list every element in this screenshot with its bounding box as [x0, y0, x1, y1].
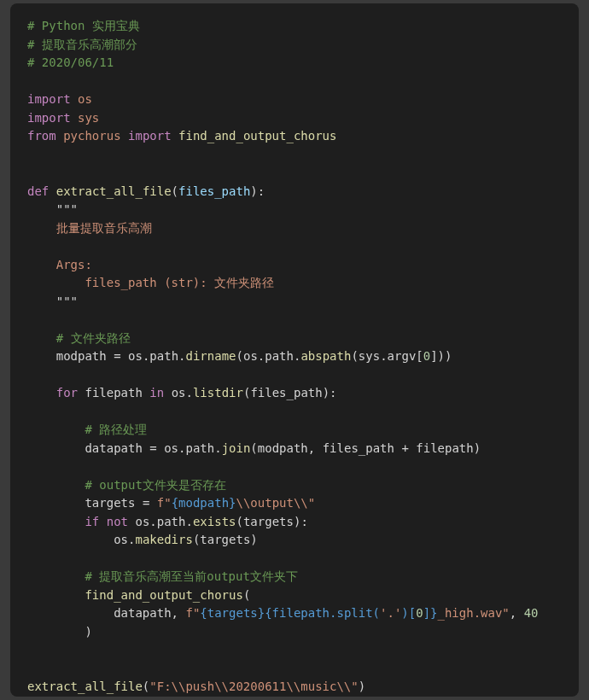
- attribute: path: [265, 349, 294, 363]
- code-editor: # Python 实用宝典 # 提取音乐高潮部分 # 2020/06/11 im…: [10, 3, 579, 697]
- variable: filepath: [85, 386, 142, 400]
- comment-line: # 2020/06/11: [27, 55, 114, 69]
- keyword-not: not: [107, 515, 128, 528]
- comment-line: # 提取音乐高潮部分: [27, 38, 137, 51]
- method-call: join: [222, 441, 251, 455]
- function-call: extract_all_file: [27, 680, 143, 693]
- fstring-interp: {filepath.split(: [265, 606, 380, 620]
- object: sys: [359, 349, 380, 363]
- docstring-line: 批量提取音乐高潮: [56, 221, 152, 235]
- argument: targets: [243, 515, 294, 528]
- variable: modpath: [56, 349, 107, 363]
- method-call: dirname: [186, 349, 236, 363]
- code-block: # Python 实用宝典 # 提取音乐高潮部分 # 2020/06/11 im…: [27, 19, 539, 693]
- number: 40: [524, 606, 539, 620]
- comment-line: # 文件夹路径: [56, 331, 131, 345]
- module-name: sys: [78, 111, 99, 125]
- fstring-prefix: f": [157, 496, 172, 510]
- attribute: path: [185, 441, 214, 455]
- argument: modpath: [258, 441, 308, 455]
- imported-name: find_and_output_chorus: [178, 129, 336, 143]
- variable: targets: [85, 496, 135, 510]
- fstring-interp: )[: [401, 606, 416, 620]
- object: os: [135, 515, 149, 528]
- docstring-line: files_path (str): 文件夹路径: [56, 276, 274, 289]
- method-call: listdir: [193, 386, 243, 400]
- method-call: makedirs: [135, 533, 192, 546]
- object: os: [128, 349, 143, 363]
- docstring-quote: """: [56, 202, 78, 216]
- keyword-def: def: [27, 184, 49, 198]
- variable: datapath: [85, 441, 142, 455]
- keyword-in: in: [149, 386, 164, 400]
- attribute: path: [157, 515, 186, 528]
- module-name: pychorus: [63, 129, 120, 143]
- param-name: files_path: [178, 184, 250, 198]
- object: os: [243, 349, 258, 363]
- function-def-name: extract_all_file: [56, 184, 172, 198]
- object: os: [172, 386, 186, 400]
- keyword-import: import: [128, 129, 172, 143]
- argument: datapath: [114, 606, 171, 620]
- argument: filepath: [416, 441, 473, 455]
- fstring-interp: {modpath}: [172, 496, 236, 510]
- keyword-import: import: [27, 92, 71, 106]
- keyword-import: import: [27, 111, 71, 125]
- argument: targets: [200, 533, 250, 546]
- function-call: find_and_output_chorus: [85, 588, 242, 602]
- string: _high.wav": [438, 606, 510, 620]
- keyword-from: from: [27, 129, 56, 143]
- fstring-interp: {targets}: [200, 606, 265, 620]
- docstring-quote: """: [56, 295, 78, 308]
- attribute: argv: [388, 349, 417, 363]
- docstring-line: Args:: [56, 258, 92, 271]
- object: os: [164, 441, 178, 455]
- attribute: path: [149, 349, 178, 363]
- fstring-prefix: f": [185, 606, 200, 620]
- comment-line: # 路径处理: [85, 423, 147, 436]
- keyword-for: for: [56, 386, 78, 400]
- number: 0: [416, 606, 423, 620]
- method-call: exists: [193, 515, 236, 528]
- number: 0: [423, 349, 430, 363]
- comment-line: # output文件夹是否存在: [85, 478, 225, 492]
- object: os: [114, 533, 128, 546]
- keyword-if: if: [85, 515, 99, 528]
- argument: files_path: [250, 386, 322, 400]
- comment-line: # 提取音乐高潮至当前output文件夹下: [85, 569, 297, 583]
- method-call: abspath: [300, 349, 351, 363]
- argument: files_path: [323, 441, 394, 455]
- string: "F:\\push\\20200611\\music\\": [149, 680, 358, 693]
- string: '.': [380, 606, 401, 620]
- comment-line: # Python 实用宝典: [27, 19, 140, 32]
- string: \\output\\": [236, 496, 315, 510]
- module-name: os: [78, 92, 92, 106]
